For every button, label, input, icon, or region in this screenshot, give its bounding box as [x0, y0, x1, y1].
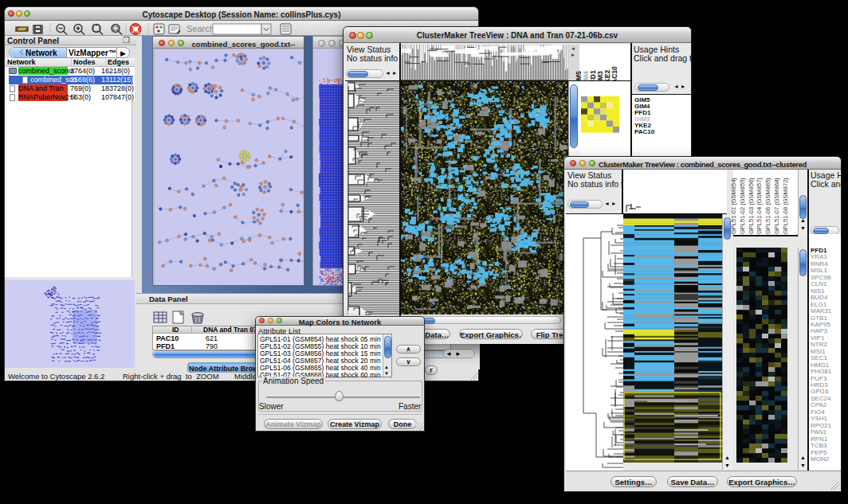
- svg-text:Search:: Search:: [186, 24, 217, 33]
